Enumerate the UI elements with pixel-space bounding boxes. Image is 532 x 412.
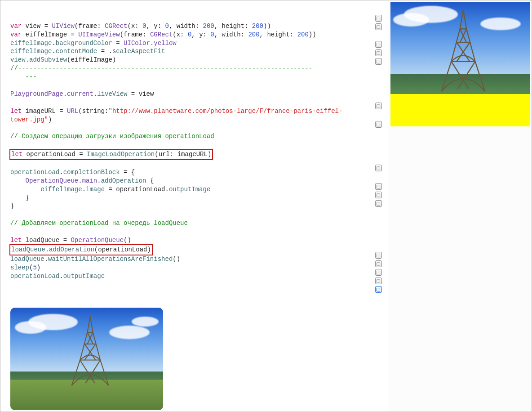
quicklook-icon[interactable] — [375, 41, 382, 48]
quicklook-icon[interactable] — [375, 200, 382, 207]
quicklook-icon-active[interactable] — [375, 286, 382, 293]
eiffel-tower-icon — [424, 7, 502, 94]
highlight-add-operation: loadQueue.addOperation(operationLoad) — [9, 244, 153, 255]
quicklook-icon[interactable] — [375, 269, 382, 276]
quicklook-icon[interactable] — [375, 49, 382, 56]
results-sidebar — [369, 0, 388, 412]
quicklook-icon[interactable] — [375, 260, 382, 267]
inline-result-image — [10, 308, 163, 410]
quicklook-icon[interactable] — [375, 58, 382, 65]
quicklook-icon[interactable] — [375, 165, 382, 171]
live-view-panel — [388, 0, 532, 412]
live-view-image — [390, 2, 530, 126]
code-editor[interactable]: ___ var view = UIView(frame: CGRect(x: 0… — [0, 0, 369, 412]
quicklook-icon[interactable] — [375, 252, 382, 259]
eiffel-tower-icon — [47, 314, 133, 388]
quicklook-icon[interactable] — [375, 183, 382, 190]
highlight-operation-load-declaration: let operationLoad = ImageLoadOperation(u… — [9, 149, 213, 160]
code-listing: ___ var view = UIView(frame: CGRect(x: 0… — [10, 13, 366, 281]
quicklook-icon[interactable] — [375, 103, 382, 109]
quicklook-icon[interactable] — [375, 121, 382, 128]
xcode-playground-window: ___ var view = UIView(frame: CGRect(x: 0… — [0, 0, 532, 412]
quicklook-icon[interactable] — [375, 192, 382, 198]
quicklook-icon[interactable] — [375, 278, 382, 284]
quicklook-icon[interactable] — [375, 15, 382, 22]
quicklook-icon[interactable] — [375, 23, 382, 30]
